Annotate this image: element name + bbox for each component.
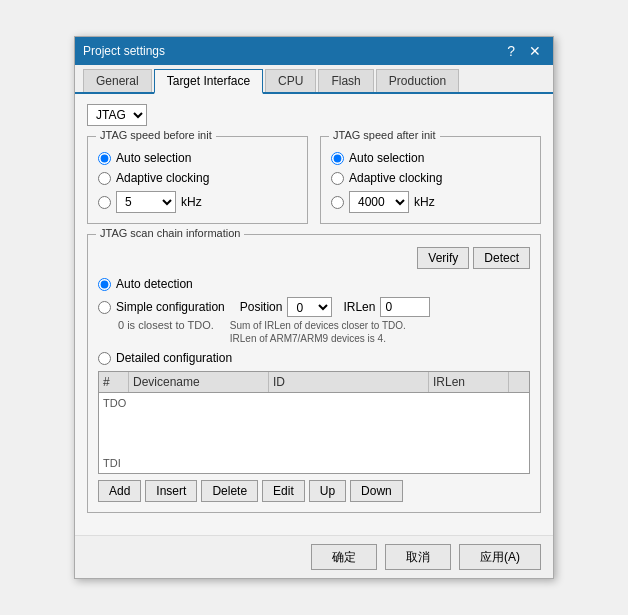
after-khz-unit: kHz	[414, 195, 435, 209]
position-label: Position	[240, 300, 283, 314]
auto-detection-row: Auto detection	[98, 277, 530, 291]
detailed-config-radio[interactable]	[98, 352, 111, 365]
tabs-bar: General Target Interface CPU Flash Produ…	[75, 65, 553, 94]
before-khz-unit: kHz	[181, 195, 202, 209]
col-extra	[509, 372, 529, 392]
simple-config-radio[interactable]	[98, 301, 111, 314]
before-khz-select[interactable]: 51020	[116, 191, 176, 213]
after-khz-row: 4000100020008000 kHz	[331, 191, 530, 213]
irlen-input[interactable]	[380, 297, 430, 317]
before-khz-row: 51020 kHz	[98, 191, 297, 213]
insert-button[interactable]: Insert	[145, 480, 197, 502]
col-devicename: Devicename	[129, 372, 269, 392]
scan-chain-header: Verify Detect	[98, 247, 530, 269]
simple-config-label: Simple configuration	[116, 300, 225, 314]
after-khz-select[interactable]: 4000100020008000	[349, 191, 409, 213]
device-table: # Devicename ID IRLen TDO TDI	[98, 371, 530, 474]
tdo-label: TDO	[103, 397, 126, 409]
tab-content: JTAG SWD FINE JTAG speed before init Aut…	[75, 94, 553, 535]
detailed-config-label: Detailed configuration	[116, 351, 232, 365]
after-auto-row: Auto selection	[331, 151, 530, 165]
tdi-label: TDI	[103, 457, 121, 469]
jtag-speed-before-group: JTAG speed before init Auto selection Ad…	[87, 136, 308, 224]
after-khz-radio[interactable]	[331, 196, 344, 209]
apply-button[interactable]: 应用(A)	[459, 544, 541, 570]
col-number: #	[99, 372, 129, 392]
jtag-before-label: JTAG speed before init	[96, 129, 216, 141]
detailed-config-row: Detailed configuration	[98, 351, 530, 365]
scan-chain-group: JTAG scan chain information Verify Detec…	[87, 234, 541, 513]
after-adaptive-label: Adaptive clocking	[349, 171, 442, 185]
hint-tdo-text: 0 is closest to TDO.	[118, 319, 214, 339]
close-button[interactable]: ✕	[525, 44, 545, 58]
col-id: ID	[269, 372, 429, 392]
help-button[interactable]: ?	[503, 44, 519, 58]
tab-general[interactable]: General	[83, 69, 152, 92]
before-auto-row: Auto selection	[98, 151, 297, 165]
hint-sum-text: Sum of IRLen of devices closer to TDO. I…	[230, 319, 410, 345]
auto-detection-radio[interactable]	[98, 278, 111, 291]
before-adaptive-label: Adaptive clocking	[116, 171, 209, 185]
tab-production[interactable]: Production	[376, 69, 459, 92]
scan-chain-label: JTAG scan chain information	[96, 227, 244, 239]
before-adaptive-radio[interactable]	[98, 172, 111, 185]
edit-button[interactable]: Edit	[262, 480, 305, 502]
project-settings-window: Project settings ? ✕ General Target Inte…	[74, 36, 554, 579]
after-auto-label: Auto selection	[349, 151, 424, 165]
title-bar: Project settings ? ✕	[75, 37, 553, 65]
irlen-label: IRLen	[343, 300, 375, 314]
window-title: Project settings	[83, 44, 165, 58]
up-button[interactable]: Up	[309, 480, 346, 502]
table-body: TDO TDI	[99, 393, 529, 473]
table-header: # Devicename ID IRLen	[99, 372, 529, 393]
down-button[interactable]: Down	[350, 480, 403, 502]
simple-config-row: Simple configuration Position 012 IRLen	[98, 297, 530, 317]
footer: 确定 取消 应用(A)	[75, 535, 553, 578]
before-khz-radio[interactable]	[98, 196, 111, 209]
jtag-speed-row: JTAG speed before init Auto selection Ad…	[87, 136, 541, 224]
tab-target-interface[interactable]: Target Interface	[154, 69, 263, 94]
delete-button[interactable]: Delete	[201, 480, 258, 502]
interface-select[interactable]: JTAG SWD FINE	[87, 104, 147, 126]
after-adaptive-radio[interactable]	[331, 172, 344, 185]
action-row: Add Insert Delete Edit Up Down	[98, 480, 530, 502]
jtag-speed-after-group: JTAG speed after init Auto selection Ada…	[320, 136, 541, 224]
detect-button[interactable]: Detect	[473, 247, 530, 269]
cancel-button[interactable]: 取消	[385, 544, 451, 570]
before-auto-radio[interactable]	[98, 152, 111, 165]
position-select[interactable]: 012	[287, 297, 332, 317]
col-irlen: IRLen	[429, 372, 509, 392]
title-bar-controls: ? ✕	[503, 44, 545, 58]
verify-button[interactable]: Verify	[417, 247, 469, 269]
auto-detection-label: Auto detection	[116, 277, 193, 291]
before-auto-label: Auto selection	[116, 151, 191, 165]
after-auto-radio[interactable]	[331, 152, 344, 165]
tab-cpu[interactable]: CPU	[265, 69, 316, 92]
after-adaptive-row: Adaptive clocking	[331, 171, 530, 185]
tab-flash[interactable]: Flash	[318, 69, 373, 92]
ok-button[interactable]: 确定	[311, 544, 377, 570]
jtag-after-label: JTAG speed after init	[329, 129, 440, 141]
add-button[interactable]: Add	[98, 480, 141, 502]
interface-select-row: JTAG SWD FINE	[87, 104, 541, 126]
before-adaptive-row: Adaptive clocking	[98, 171, 297, 185]
